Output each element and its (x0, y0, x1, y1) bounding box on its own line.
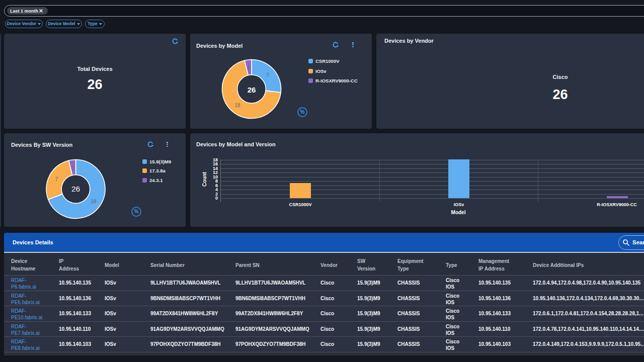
svg-text:26: 26 (248, 85, 256, 94)
svg-text:1: 1 (72, 165, 75, 171)
svg-text:7: 7 (55, 176, 58, 182)
svg-text:1: 1 (248, 65, 251, 71)
svg-text:18: 18 (234, 103, 240, 108)
svg-text:26: 26 (71, 185, 80, 193)
svg-text:18: 18 (91, 199, 97, 204)
svg-text:7: 7 (266, 72, 269, 78)
